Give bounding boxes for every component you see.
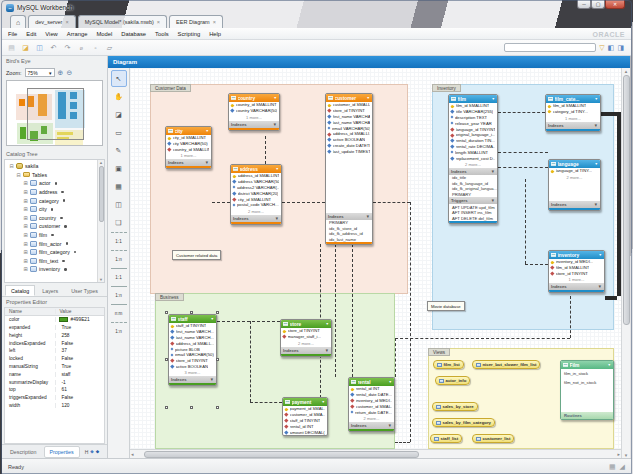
selection-handle[interactable]	[165, 311, 168, 314]
hand-tool[interactable]: ✋	[111, 88, 127, 105]
table-header[interactable]: language▼	[549, 160, 600, 168]
layer-tool[interactable]: ▭	[111, 124, 127, 141]
rel-1-n-existing-columns-tool[interactable]: 1:n	[111, 322, 127, 339]
table-address[interactable]: address▼ address_id SMALLINTaddress VARC…	[230, 164, 282, 225]
table-field[interactable]: inventory_id MEDI...	[349, 398, 394, 404]
table-film[interactable]: film▼ film_id SMALLINTtitle VARCHAR(255)…	[448, 94, 498, 224]
menu-item[interactable]: File	[8, 31, 17, 37]
menu-item[interactable]: Help	[209, 31, 221, 37]
birds-eye-minimap[interactable]	[6, 80, 103, 146]
select-tool[interactable]: ↖	[111, 70, 127, 87]
table-field[interactable]: last_name VARCHA...	[326, 119, 372, 125]
tree-item-table[interactable]: ⊞actor	[5, 179, 97, 188]
menu-item[interactable]: Tools	[155, 31, 169, 37]
tree-item-schema[interactable]: ⊟sakila	[5, 162, 97, 171]
table-field[interactable]: address VARCHAR(50)	[231, 179, 281, 185]
zoom-in-icon[interactable]: ⊕	[58, 69, 64, 77]
close-tab-icon[interactable]: ×	[213, 19, 216, 25]
selection-handle[interactable]	[190, 406, 193, 409]
indexes-section[interactable]: Indexes▼	[231, 215, 281, 222]
table-country[interactable]: country▼ country_id SMALLINTcountry VARC…	[228, 93, 280, 131]
more-fields[interactable]: 2 more...	[231, 208, 281, 215]
tree-item-table[interactable]: ⊞country	[5, 214, 97, 223]
search-input[interactable]	[504, 43, 596, 52]
table-header[interactable]: customer▼	[326, 94, 372, 102]
selection-handle[interactable]	[216, 358, 219, 361]
grid-toggle-icon[interactable]: ▦	[609, 463, 616, 471]
table-customer[interactable]: customer▼ customer_id SMALL...store_id T…	[325, 93, 373, 245]
view-nicer-but-slower-film-list[interactable]: nicer_but_slower_film_list	[472, 360, 540, 369]
table-header[interactable]: film_cate...▼	[546, 95, 600, 103]
note-tool[interactable]: ✎	[111, 142, 127, 159]
tree-item-table[interactable]: ⊞customer	[5, 222, 97, 231]
minimap-viewport[interactable]	[27, 88, 84, 140]
more-fields[interactable]: 2 more...	[549, 174, 600, 181]
property-row[interactable]: summarizeDisplay-1	[5, 378, 104, 386]
collapse-arrow-icon[interactable]: ▼	[389, 380, 392, 384]
indexes-section[interactable]: Indexes▼	[546, 122, 600, 129]
view-sales-by-store[interactable]: sales_by_store	[432, 402, 478, 411]
property-row[interactable]: lockedFalse	[5, 355, 104, 363]
indexes-section[interactable]: Indexes▼	[549, 201, 600, 208]
indexes-section[interactable]: Indexes▼	[326, 213, 372, 220]
property-row[interactable]: namestaff	[5, 370, 104, 378]
view-film-list[interactable]: film_list	[433, 360, 464, 369]
table-header[interactable]: country▼	[229, 94, 279, 102]
rel-1-n-identifying-tool[interactable]: 1:n	[111, 286, 127, 303]
table-film-category[interactable]: film_cate...▼ film_id SMALLINTcategory_i…	[545, 94, 601, 132]
routine-group-film[interactable]: Film▼ film_in_stockfilm_not_in_stock Rou…	[560, 360, 614, 420]
note-customer-related-data[interactable]: Customer related data	[172, 250, 221, 260]
collapse-arrow-icon[interactable]: ▼	[274, 96, 277, 100]
view-sales-by-film-category[interactable]: sales_by_film_category	[432, 418, 495, 427]
table-field[interactable]: release_year YEAR	[449, 120, 497, 126]
more-fields[interactable]: 1 more...	[546, 115, 600, 122]
table-header[interactable]: payment▼	[283, 398, 327, 406]
table-header[interactable]: store▼	[281, 320, 331, 328]
toolbar-icon[interactable]: ▱	[104, 42, 115, 53]
table-field[interactable]: payment_id SMAL...	[283, 406, 327, 412]
rel-n-m-identifying-tool[interactable]: n:m	[111, 304, 127, 321]
window-titlebar[interactable]: ~ MySQL Workbench	[2, 1, 631, 14]
table-header[interactable]: staff▼	[169, 315, 216, 323]
property-row[interactable]: color#499E21	[5, 316, 104, 324]
tab-user-types[interactable]: User Types	[65, 285, 104, 296]
resize-grip[interactable]: ◢	[620, 463, 625, 471]
toolbar-icon[interactable]: ▤	[6, 42, 17, 53]
canvas-horizontal-scrollbar[interactable]: ◂▸	[130, 449, 621, 458]
trigger-row[interactable]: AFT INSERT ins_film	[449, 210, 497, 216]
indexes-section[interactable]: Indexes▼	[166, 159, 211, 166]
table-field[interactable]: address2 VARCHAR(...	[231, 185, 281, 191]
toggle-right-sidebar-icon[interactable]: ◨	[617, 44, 624, 52]
collapse-arrow-icon[interactable]: ▼	[367, 96, 370, 100]
search-options-icon[interactable]: ▽	[599, 44, 604, 52]
table-field[interactable]: customer_id SMAL...	[349, 403, 394, 409]
toolbar-icon[interactable]: ◫	[34, 42, 45, 53]
tree-item-table[interactable]: ⊞city	[5, 205, 97, 214]
property-row[interactable]: height258	[5, 331, 104, 339]
table-field[interactable]: email VARCHAR(50)	[169, 352, 216, 358]
diagram-canvas[interactable]: Customer Data Inventory Business Views	[130, 68, 621, 449]
table-rental[interactable]: rental▼ rental_id INTrental_date DATE...…	[348, 377, 395, 432]
table-header[interactable]: address▼	[231, 165, 281, 173]
table-city[interactable]: city▼ city_id SMALLINTcity VARCHAR(50)co…	[165, 126, 212, 169]
collapse-arrow-icon[interactable]: ▼	[492, 97, 495, 101]
tree-item-table[interactable]: ⊞film	[5, 231, 97, 240]
menu-item[interactable]: Edit	[26, 31, 36, 37]
minimize-button[interactable]: ─	[577, 0, 591, 9]
tree-item-table[interactable]: ⊞film_category	[5, 248, 97, 257]
layer-tab[interactable]: Business	[155, 293, 184, 301]
more-fields[interactable]: 2 more...	[349, 415, 394, 422]
property-row[interactable]: top61	[5, 386, 104, 394]
tree-item-tables-folder[interactable]: ⊟Tables	[5, 171, 97, 180]
tab-layers[interactable]: Layers	[36, 285, 64, 296]
tab-mysql-model[interactable]: MySQL Model* (sakila.mwb)×	[78, 15, 167, 28]
table-field[interactable]: district VARCHAR(20)	[231, 190, 281, 196]
selection-handle[interactable]	[165, 406, 168, 409]
layer-tab[interactable]: Customer Data	[150, 84, 191, 92]
tree-item-table[interactable]: ⊞film_actor	[5, 239, 97, 248]
table-field[interactable]: address_id SMALLI...	[326, 131, 372, 137]
selection-handle[interactable]	[216, 406, 219, 409]
table-header[interactable]: inventory▼	[549, 251, 604, 259]
table-field[interactable]: country_id SMALLINT	[229, 102, 279, 108]
toolbar-icon[interactable]: ▫	[90, 42, 101, 53]
